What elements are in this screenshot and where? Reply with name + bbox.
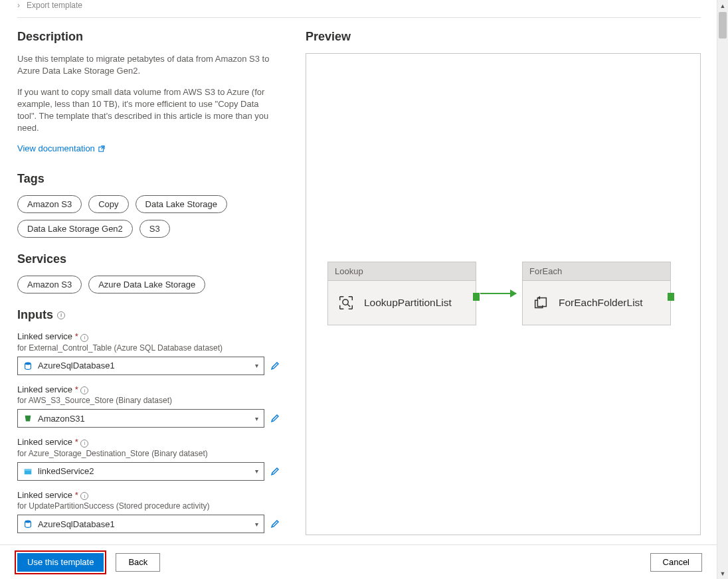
node-type-label: ForEach bbox=[523, 262, 670, 281]
svg-point-4 bbox=[25, 521, 31, 523]
linked-service-value-3: linkedService2 bbox=[38, 466, 255, 476]
linked-service-field-2: Linked service * i for AWS_S3_Source_Sto… bbox=[17, 384, 280, 428]
storage-icon bbox=[23, 467, 33, 476]
use-this-template-button[interactable]: Use this template bbox=[17, 553, 104, 572]
sql-database-icon bbox=[23, 519, 33, 529]
breadcrumb-item[interactable]: Export template bbox=[27, 1, 82, 10]
svg-rect-3 bbox=[25, 469, 32, 471]
cancel-button[interactable]: Cancel bbox=[650, 553, 702, 572]
node-output-port[interactable] bbox=[668, 293, 674, 301]
edit-icon[interactable] bbox=[270, 413, 280, 424]
linked-service-field-4: Linked service * i for UpdatePartitionSu… bbox=[17, 490, 280, 534]
tag-data-lake-storage[interactable]: Data Lake Storage bbox=[136, 195, 227, 213]
s3-bucket-icon bbox=[23, 414, 33, 423]
linked-service-label: Linked service * i bbox=[17, 490, 88, 500]
chevron-down-icon: ▾ bbox=[255, 467, 258, 475]
service-amazon-s3[interactable]: Amazon S3 bbox=[17, 276, 82, 293]
preview-canvas[interactable]: Lookup LookupPartitionList bbox=[306, 53, 701, 535]
info-icon[interactable]: i bbox=[80, 386, 88, 394]
info-icon[interactable]: i bbox=[80, 440, 88, 448]
linked-service-select-3[interactable]: linkedService2 ▾ bbox=[17, 462, 264, 481]
chevron-down-icon: ▾ bbox=[255, 521, 258, 528]
breadcrumb: › Export template bbox=[17, 0, 701, 11]
external-link-icon bbox=[98, 145, 106, 153]
tag-amazon-s3[interactable]: Amazon S3 bbox=[17, 195, 82, 213]
linked-service-label: Linked service * i bbox=[17, 437, 88, 447]
node-name-label: ForEachFolderList bbox=[559, 297, 643, 309]
description-text-1: Use this template to migrate petabytes o… bbox=[17, 53, 280, 77]
svg-rect-6 bbox=[537, 298, 546, 307]
linked-service-sub-4: for UpdatePartitionSuccess (Stored proce… bbox=[17, 501, 280, 511]
linked-service-field-1: Linked service * i for External_Control_… bbox=[17, 331, 280, 375]
tags-heading: Tags bbox=[17, 172, 280, 186]
chevron-down-icon: ▾ bbox=[255, 362, 258, 369]
linked-service-sub-3: for Azure_Storage_Destination_Store (Bin… bbox=[17, 449, 280, 458]
pipeline-node-foreach[interactable]: ForEach ForEachFolderList bbox=[522, 262, 671, 325]
linked-service-field-3: Linked service * i for Azure_Storage_Des… bbox=[17, 437, 280, 481]
description-text-2: If you want to copy small data volume fr… bbox=[17, 86, 280, 134]
scroll-thumb[interactable] bbox=[719, 12, 727, 39]
node-type-label: Lookup bbox=[328, 262, 476, 281]
foreach-icon bbox=[532, 294, 549, 311]
view-documentation-label: View documentation bbox=[17, 143, 95, 153]
info-icon[interactable]: i bbox=[80, 492, 88, 500]
linked-service-select-4[interactable]: AzureSqlDatabase1 ▾ bbox=[17, 515, 264, 533]
linked-service-label: Linked service * i bbox=[17, 384, 88, 394]
node-name-label: LookupPartitionList bbox=[364, 297, 452, 309]
node-output-port[interactable] bbox=[473, 293, 480, 301]
pipeline-connector bbox=[480, 293, 516, 294]
services-heading: Services bbox=[17, 252, 280, 266]
edit-icon[interactable] bbox=[270, 361, 280, 371]
tag-data-lake-storage-gen2[interactable]: Data Lake Storage Gen2 bbox=[17, 220, 133, 238]
edit-icon[interactable] bbox=[270, 519, 280, 529]
view-documentation-link[interactable]: View documentation bbox=[17, 143, 106, 153]
preview-heading: Preview bbox=[306, 30, 701, 44]
footer: Use this template Back Cancel bbox=[0, 544, 717, 579]
linked-service-select-2[interactable]: AmazonS31 ▾ bbox=[17, 409, 264, 428]
divider bbox=[17, 17, 701, 18]
linked-service-value-2: AmazonS31 bbox=[38, 414, 255, 424]
chevron-right-icon: › bbox=[17, 1, 20, 10]
lookup-icon bbox=[337, 294, 355, 311]
service-adls[interactable]: Azure Data Lake Storage bbox=[88, 276, 205, 293]
use-template-highlight: Use this template bbox=[15, 550, 106, 574]
linked-service-sub-2: for AWS_S3_Source_Store (Binary dataset) bbox=[17, 396, 280, 405]
linked-service-sub-1: for External_Control_Table (Azure SQL Da… bbox=[17, 343, 280, 353]
back-button[interactable]: Back bbox=[116, 553, 160, 572]
scroll-up-button[interactable]: ▲ bbox=[717, 0, 728, 11]
scroll-down-button[interactable]: ▼ bbox=[717, 568, 728, 579]
edit-icon[interactable] bbox=[270, 466, 280, 477]
inputs-heading: Inputs bbox=[17, 308, 53, 322]
svg-point-5 bbox=[343, 299, 348, 305]
tag-s3[interactable]: S3 bbox=[139, 220, 170, 238]
vertical-scrollbar[interactable]: ▲ ▼ bbox=[717, 0, 728, 579]
info-icon[interactable]: i bbox=[80, 334, 88, 342]
svg-point-1 bbox=[25, 362, 31, 365]
tag-copy[interactable]: Copy bbox=[88, 195, 128, 213]
pipeline-node-lookup[interactable]: Lookup LookupPartitionList bbox=[327, 262, 476, 325]
linked-service-value-4: AzureSqlDatabase1 bbox=[38, 519, 255, 529]
linked-service-select-1[interactable]: AzureSqlDatabase1 ▾ bbox=[17, 357, 264, 375]
sql-database-icon bbox=[23, 361, 33, 371]
info-icon[interactable]: i bbox=[57, 311, 65, 319]
linked-service-label: Linked service * i bbox=[17, 331, 88, 341]
description-heading: Description bbox=[17, 30, 280, 44]
chevron-down-icon: ▾ bbox=[255, 415, 258, 422]
linked-service-value-1: AzureSqlDatabase1 bbox=[38, 361, 255, 371]
